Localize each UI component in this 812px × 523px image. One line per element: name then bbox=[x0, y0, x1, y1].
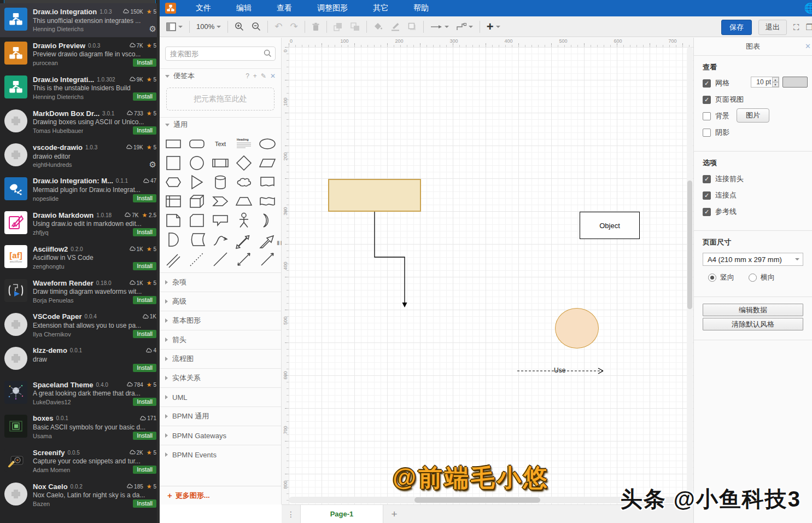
or-shape-icon[interactable] bbox=[255, 211, 279, 230]
palette-section-BPMN Gateways[interactable]: BPMN Gateways bbox=[160, 426, 281, 445]
extension-list-item[interactable]: VSCode Paper0.0.41KExtension that allows… bbox=[0, 309, 160, 342]
zoom-out-button[interactable] bbox=[252, 22, 261, 31]
callout-shape-icon[interactable] bbox=[208, 211, 232, 230]
diagram-rectangle-shape[interactable] bbox=[328, 179, 421, 212]
scratchpad-close-icon[interactable]: ✕ bbox=[270, 72, 276, 80]
gear-icon[interactable]: ⚙ bbox=[149, 161, 156, 168]
page-size-select[interactable]: A4 (210 mm x 297 mm) bbox=[703, 253, 803, 266]
palette-section-箭头[interactable]: 箭头 bbox=[160, 330, 281, 349]
trapezoid-shape-icon[interactable] bbox=[232, 191, 255, 211]
dotted-line-shape-icon[interactable] bbox=[185, 249, 208, 268]
to-front-button[interactable] bbox=[334, 22, 343, 31]
palette-section-流程图[interactable]: 流程图 bbox=[160, 349, 281, 368]
use-edge-label[interactable]: Use bbox=[554, 367, 565, 374]
format-close-icon[interactable]: ✕ bbox=[805, 42, 811, 50]
add-page-button[interactable]: + bbox=[383, 505, 405, 523]
link-shape-icon[interactable] bbox=[161, 249, 185, 268]
vertical-scrollbar-thumb[interactable] bbox=[687, 181, 692, 309]
cloud-shape-icon[interactable] bbox=[232, 172, 255, 191]
scratchpad-dropzone[interactable]: 把元素拖至此处 bbox=[166, 88, 274, 111]
redo-button[interactable]: ↷ bbox=[290, 21, 298, 32]
and-shape-icon[interactable] bbox=[161, 230, 185, 249]
menu-item-文件[interactable]: 文件 bbox=[184, 3, 224, 13]
diagram-circle-shape[interactable] bbox=[555, 308, 599, 348]
orientation-landscape-radio[interactable]: 横向 bbox=[749, 272, 775, 282]
more-shapes-button[interactable]: + 更多图形... bbox=[160, 486, 281, 504]
undo-button[interactable]: ↶ bbox=[274, 21, 282, 32]
menu-item-帮助[interactable]: 帮助 bbox=[401, 3, 442, 13]
shape-search-input[interactable] bbox=[165, 47, 276, 61]
install-button[interactable]: Install bbox=[133, 330, 156, 338]
square-shape-icon[interactable] bbox=[161, 153, 185, 172]
install-button[interactable]: Install bbox=[133, 466, 156, 474]
palette-section-杂项[interactable]: 杂项 bbox=[160, 272, 281, 292]
text-shape-icon[interactable]: Text bbox=[208, 134, 232, 153]
install-button[interactable]: Install bbox=[133, 364, 156, 372]
canvas-grid[interactable]: Object Use @前端毛小悠 bbox=[289, 47, 693, 504]
palette-section-高级[interactable]: 高级 bbox=[160, 292, 281, 311]
background-image-button[interactable]: 图片 bbox=[737, 108, 769, 123]
orientation-portrait-radio[interactable]: 竖向 bbox=[708, 272, 734, 282]
zoom-level-dropdown[interactable]: 100% bbox=[196, 22, 221, 31]
install-button[interactable]: Install bbox=[133, 296, 156, 304]
to-back-button[interactable] bbox=[350, 22, 360, 31]
extension-list-item[interactable]: Spaceland Theme0.4.0784★ 5A great lookin… bbox=[0, 376, 160, 410]
diagram-object-shape[interactable]: Object bbox=[580, 212, 640, 239]
scratchpad-edit-icon[interactable]: ✎ bbox=[261, 72, 266, 80]
install-button[interactable]: Install bbox=[133, 262, 156, 270]
extension-list-item[interactable]: Drawio Preview0.0.37K★ 5Preview drawio d… bbox=[0, 37, 160, 71]
language-globe-icon[interactable]: 🌐 bbox=[804, 2, 812, 14]
actor-shape-icon[interactable] bbox=[232, 211, 255, 230]
palette-section-UML[interactable]: UML bbox=[160, 387, 281, 406]
menu-item-编辑[interactable]: 编辑 bbox=[224, 3, 265, 13]
bidirectional-connector-shape-icon[interactable] bbox=[232, 249, 255, 268]
tape-shape-icon[interactable] bbox=[255, 191, 279, 211]
palette-section-实体关系[interactable]: 实体关系 bbox=[160, 368, 281, 387]
checkbox-网格[interactable]: ✓ bbox=[703, 79, 711, 88]
checkbox-背景[interactable] bbox=[703, 112, 711, 120]
exit-button[interactable]: 退出 bbox=[758, 20, 787, 35]
process-shape-icon[interactable] bbox=[208, 153, 232, 172]
line-shape-icon[interactable] bbox=[208, 249, 232, 268]
scratchpad-help-icon[interactable]: ? bbox=[246, 72, 249, 80]
extension-list-item[interactable]: Draw.io Integrati...1.0.3029K★ 5This is … bbox=[0, 71, 160, 105]
menu-item-查看[interactable]: 查看 bbox=[265, 3, 305, 13]
parallelogram-shape-icon[interactable] bbox=[255, 153, 279, 172]
save-button[interactable]: 保存 bbox=[721, 20, 752, 35]
line-color-button[interactable] bbox=[390, 22, 400, 31]
checkbox-页面视图[interactable]: ✓ bbox=[703, 96, 711, 104]
scratchpad-header[interactable]: 便签本 ? + ✎ ✕ bbox=[160, 68, 281, 83]
extension-list-item[interactable]: [af]asciiflowAsciiflow20.2.01K★ 5Asciifl… bbox=[0, 241, 160, 275]
connection-style-dropdown[interactable] bbox=[430, 24, 449, 30]
palette-section-基本图形[interactable]: 基本图形 bbox=[160, 311, 281, 330]
extension-list-item[interactable]: Draw.io Integration1.0.3150K★ 5This unof… bbox=[0, 3, 160, 37]
document-shape-icon[interactable] bbox=[255, 172, 279, 191]
tab-page-1[interactable]: Page-1 bbox=[300, 505, 383, 523]
install-button[interactable]: Install bbox=[133, 432, 156, 440]
zoom-in-button[interactable] bbox=[235, 22, 244, 31]
note-shape-icon[interactable] bbox=[161, 211, 185, 230]
cylinder-shape-icon[interactable] bbox=[208, 172, 232, 191]
install-button[interactable]: Install bbox=[133, 194, 156, 202]
install-button[interactable]: Install bbox=[133, 92, 156, 101]
grid-size-spinner[interactable]: ▲▼ bbox=[772, 77, 779, 87]
circle-shape-icon[interactable] bbox=[185, 153, 208, 172]
cube-shape-icon[interactable] bbox=[185, 191, 208, 211]
ellipse-shape-icon[interactable] bbox=[255, 134, 279, 153]
checkbox-连接箭头[interactable]: ✓ bbox=[703, 175, 711, 183]
extension-list-item[interactable]: MarkDown Box Dr...3.0.1733★ 5Drawing box… bbox=[0, 105, 160, 139]
internal-storage-shape-icon[interactable] bbox=[161, 191, 185, 211]
arrow-shape-icon[interactable] bbox=[255, 230, 279, 249]
delete-button[interactable] bbox=[312, 22, 320, 31]
insert-dropdown[interactable]: + bbox=[487, 22, 500, 31]
pages-menu-icon[interactable]: ⋮ bbox=[282, 505, 300, 523]
rectangle-shape-icon[interactable] bbox=[161, 134, 185, 153]
rounded-rectangle-shape-icon[interactable] bbox=[185, 134, 208, 153]
waypoint-style-dropdown[interactable] bbox=[457, 23, 473, 31]
card-shape-icon[interactable] bbox=[185, 211, 208, 230]
diagram-canvas[interactable]: 0100200300400500600700 01002003004005006… bbox=[282, 38, 693, 504]
install-button[interactable]: Install bbox=[133, 228, 156, 236]
fullscreen-icon[interactable]: ⛶ bbox=[793, 22, 799, 32]
step-shape-icon[interactable] bbox=[208, 191, 232, 211]
install-button[interactable]: Install bbox=[133, 398, 156, 406]
